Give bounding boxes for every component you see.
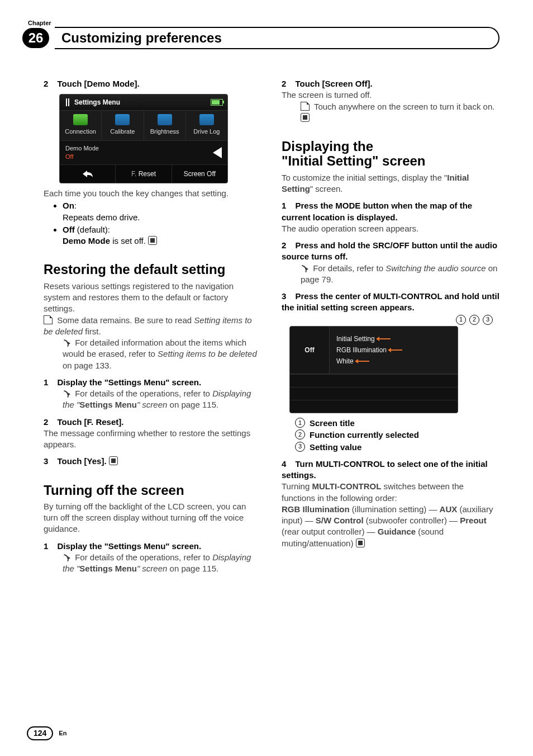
text-italic: " screen	[137, 564, 168, 573]
battery-icon	[211, 99, 223, 106]
init-step1-body: The audio operation screen appears.	[282, 223, 499, 234]
legend-label: Setting value	[310, 442, 361, 453]
step-num: 2	[44, 79, 48, 88]
cell-label: Brightness	[150, 128, 179, 135]
init-step2-ref: For details, refer to Switching the audi…	[301, 263, 499, 286]
step-title: Touch [Screen Off].	[296, 79, 373, 88]
line-initial: Initial Setting	[336, 334, 375, 343]
pointer-icon	[378, 338, 391, 339]
step-title: Press the center of MULTI-CONTROL and ho…	[282, 291, 499, 312]
on-desc: Repeats demo drive.	[63, 212, 140, 222]
opt-desc: (subwoofer controller) —	[364, 516, 460, 525]
opt: Preout	[460, 516, 487, 525]
initial-setting-screenshot: Off Initial Setting RGB Illumination Whi…	[289, 326, 458, 414]
step-title: Touch [Demo Mode].	[58, 79, 140, 88]
init-step1: 1 Press the MODE button when the map of …	[282, 200, 499, 223]
fork-icon	[64, 98, 71, 106]
text: on page 133.	[63, 361, 112, 370]
step-num: 4	[282, 459, 286, 469]
page-footer: 124 En	[27, 726, 66, 740]
text-italic: Setting items to be deleted	[158, 349, 257, 358]
f-prefix: F.	[131, 170, 139, 178]
text: Turning	[282, 481, 312, 491]
text: on page 115.	[170, 400, 219, 409]
step-title: Press the MODE button when the map of th…	[282, 201, 472, 221]
demo-mode-cell: Demo Mode Off	[65, 144, 99, 161]
init-step2: 2 Press and hold the SRC/OFF button unti…	[282, 240, 499, 263]
pointer-icon	[390, 349, 402, 351]
text-bold: MULTI-CONTROL	[312, 481, 381, 491]
pointer-icon	[357, 361, 369, 362]
step-title: Press and hold the SRC/OFF button until …	[282, 240, 497, 261]
callout-2: 2	[469, 315, 479, 325]
cell-label: Drive Log	[193, 128, 220, 135]
legend-num: 1	[295, 418, 305, 428]
end-square-icon	[356, 538, 365, 547]
step-num: 1	[282, 201, 286, 210]
cell-connection: Connection	[60, 111, 102, 140]
cell-brightness: Brightness	[144, 111, 186, 140]
init-step4: 4 Turn MULTI-CONTROL to select one of th…	[282, 459, 499, 481]
opt: Guidance	[378, 527, 416, 536]
settings-menu-title: Settings Menu	[64, 98, 120, 107]
cell-label: Connection	[65, 128, 96, 135]
end-square-icon	[109, 456, 118, 465]
text-italic: " screen	[137, 400, 168, 409]
legend-label: Screen title	[310, 418, 355, 429]
chapter-number: 26	[22, 28, 49, 48]
text-bold: Settings Menu	[79, 564, 137, 573]
restore-body: Resets various settings registered to th…	[44, 281, 261, 315]
end-square-icon	[148, 236, 157, 245]
callout-3: 3	[483, 315, 493, 325]
text: Some data remains. Be sure to read	[57, 315, 194, 325]
opt: S/W Control	[316, 516, 364, 525]
off-paren: (default):	[75, 225, 110, 234]
step-title: Display the "Settings Menu" screen.	[58, 541, 202, 551]
text: on page 115.	[170, 564, 219, 573]
text: Touch anywhere on the screen to turn it …	[314, 102, 495, 111]
screenoff-note: Touch anywhere on the screen to turn it …	[301, 101, 499, 124]
restore-step1: 1 Display the "Settings Menu" screen.	[44, 377, 261, 388]
init-body: To customize the initial settings, displ…	[282, 172, 499, 195]
restore-step3: 3 Touch [Yes].	[44, 456, 261, 467]
legend-label: Function currently selected	[310, 429, 419, 441]
note-icon	[301, 102, 310, 111]
line2: "Initial Setting" screen	[282, 153, 426, 168]
restore-ref: For detailed information about the items…	[63, 337, 261, 371]
line-rgb: RGB Illumination	[336, 346, 387, 355]
off-desc-b: Demo Mode	[63, 236, 110, 245]
legend-num: 2	[295, 429, 305, 440]
restore-step2: 2 Touch [F. Reset].	[44, 417, 261, 428]
off-body: By turning off the backlight of the LCD …	[44, 501, 261, 535]
restore-note: Some data remains. Be sure to read Setti…	[44, 315, 261, 338]
cell-drivelog: Drive Log	[186, 111, 227, 140]
text: For details of the operations, refer to	[75, 552, 212, 562]
callouts: 1 2 3	[456, 315, 493, 325]
end-square-icon	[301, 113, 310, 122]
demo-body: Each time you touch the key changes that…	[44, 188, 261, 199]
arrow-icon	[63, 390, 70, 398]
step-num: 1	[44, 377, 48, 387]
settings-menu-screenshot: Settings Menu Connection Calibrate Brigh…	[59, 94, 228, 183]
text: " screen.	[310, 184, 343, 193]
step-title: Touch [Yes].	[58, 456, 107, 466]
f-reset-button: F. Reset	[116, 165, 172, 183]
on-label: On	[63, 201, 74, 210]
off-step1-ref: For details of the operations, refer to …	[63, 552, 261, 575]
init-step4-body: Turning MULTI-CONTROL switches between t…	[282, 481, 499, 549]
arrow-icon	[63, 554, 70, 561]
text-bold: Settings Menu	[79, 400, 137, 409]
line1: Displaying the	[282, 139, 373, 154]
text-italic: Switching the audio source	[386, 263, 486, 273]
heading-restoring: Restoring the default setting	[44, 262, 261, 277]
step-demo-mode: 2 Touch [Demo Mode].	[44, 78, 261, 89]
page-number: 124	[27, 726, 53, 740]
init-step3: 3 Press the center of MULTI-CONTROL and …	[282, 291, 499, 314]
off-label: Off	[290, 327, 330, 374]
heading-turning-off: Turning off the screen	[44, 483, 261, 498]
step-num: 1	[44, 541, 48, 551]
page-lang: En	[59, 729, 66, 738]
opt: AUX	[440, 504, 458, 514]
step-num: 3	[44, 456, 48, 466]
screen-off-button: Screen Off	[172, 165, 227, 183]
